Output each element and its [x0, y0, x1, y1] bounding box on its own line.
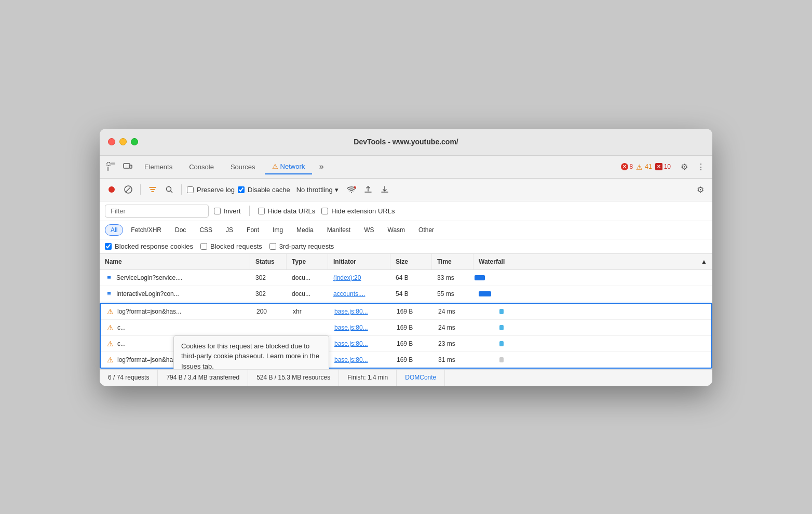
type-filter-manifest[interactable]: Manifest — [321, 224, 356, 236]
table-header: Name Status Type Initiator Size Time — [100, 254, 712, 270]
waterfall-sort-icon: ▲ — [701, 258, 707, 265]
tab-elements[interactable]: Elements — [137, 160, 180, 174]
row-time: 24 ms — [433, 320, 475, 335]
type-filter-media[interactable]: Media — [291, 224, 319, 236]
row-type: docu... — [287, 287, 328, 301]
close-button[interactable] — [108, 138, 115, 145]
header-size[interactable]: Size — [390, 254, 432, 269]
minimize-button[interactable] — [119, 138, 127, 145]
header-initiator[interactable]: Initiator — [328, 254, 390, 269]
search-icon[interactable] — [163, 183, 176, 196]
row-name: ≡ ServiceLogin?service.... — [100, 270, 250, 286]
table-row[interactable]: ≡ InteractiveLogin?con... 302 docu... ac… — [100, 286, 712, 302]
row-type — [288, 324, 329, 331]
blocked-cookies-checkbox[interactable]: Blocked response cookies — [105, 242, 193, 250]
window-title: DevTools - www.youtube.com/ — [354, 138, 458, 146]
throttle-chevron-icon: ▾ — [335, 186, 339, 194]
header-time[interactable]: Time — [432, 254, 473, 269]
header-waterfall[interactable]: Waterfall ▲ — [473, 254, 712, 269]
third-party-requests-checkbox[interactable]: 3rd-party requests — [269, 242, 334, 250]
wifi-icon[interactable] — [345, 183, 358, 196]
row-name: ⚠ log?format=json&has... — [101, 304, 251, 319]
row-waterfall — [473, 286, 712, 302]
devtools-body: Elements Console Sources ⚠ Network » ✕ 8… — [100, 156, 712, 386]
waterfall-segment — [475, 275, 485, 280]
error-count-badge[interactable]: ✕ 8 — [621, 163, 633, 170]
clear-button[interactable] — [121, 183, 135, 196]
disable-cache-checkbox[interactable]: Disable cache — [238, 186, 290, 194]
row-status — [251, 324, 288, 331]
table-row[interactable]: ≡ ServiceLogin?service.... 302 docu... (… — [100, 270, 712, 286]
row-size: 169 B — [391, 336, 433, 351]
type-filter-doc[interactable]: Doc — [169, 224, 192, 236]
settings-icon[interactable]: ⚙ — [677, 159, 692, 174]
row-initiator[interactable]: base.js:80... — [329, 304, 391, 319]
record-stop-button[interactable] — [105, 183, 118, 196]
type-filter-js[interactable]: JS — [220, 224, 239, 236]
waterfall-segment — [499, 341, 504, 346]
row-size: 169 B — [391, 304, 433, 319]
download-icon[interactable] — [378, 183, 391, 196]
svg-point-5 — [109, 186, 115, 193]
row-waterfall — [475, 320, 711, 335]
row-size: 64 B — [390, 270, 432, 285]
table-row[interactable]: ⚠ c... base.js:80... 169 B 24 ms Cookies… — [101, 320, 711, 336]
row-initiator[interactable]: base.js:80... — [329, 320, 391, 335]
error-icon: ✕ — [621, 163, 628, 170]
row-initiator[interactable]: base.js:80... — [329, 353, 391, 367]
row-type: docu... — [287, 270, 328, 285]
tab-sources[interactable]: Sources — [223, 160, 263, 174]
header-status[interactable]: Status — [250, 254, 287, 269]
issues-count-badge[interactable]: ✕ 10 — [655, 163, 671, 170]
type-filter-all[interactable]: All — [105, 224, 123, 236]
type-filter-img[interactable]: Img — [267, 224, 289, 236]
status-finish: Finish: 1.4 min — [339, 370, 397, 386]
filter-icon[interactable] — [146, 183, 159, 196]
invert-checkbox[interactable]: Invert — [214, 207, 241, 215]
hide-data-urls-checkbox[interactable]: Hide data URLs — [258, 207, 316, 215]
filter-input[interactable] — [105, 205, 209, 218]
type-filter-wasm[interactable]: Wasm — [382, 224, 411, 236]
throttle-dropdown[interactable]: No throttling ▾ — [293, 185, 342, 195]
tab-console[interactable]: Console — [182, 160, 221, 174]
upload-icon[interactable] — [361, 183, 375, 196]
responsive-icon[interactable] — [120, 159, 135, 174]
status-transferred: 794 B / 3.4 MB transferred — [158, 370, 248, 386]
type-filter-fetch-xhr[interactable]: Fetch/XHR — [125, 224, 167, 236]
svg-line-9 — [171, 191, 173, 193]
title-bar: DevTools - www.youtube.com/ — [100, 129, 712, 156]
table-row[interactable]: ⚠ log?format=json&has... 200 xhr base.js… — [101, 304, 711, 320]
devtools-window: DevTools - www.youtube.com/ Elements Con… — [100, 129, 712, 386]
type-filter-ws[interactable]: WS — [358, 224, 380, 236]
type-filter-other[interactable]: Other — [413, 224, 440, 236]
row-size: 169 B — [391, 353, 433, 367]
maximize-button[interactable] — [131, 138, 138, 145]
type-filter-font[interactable]: Font — [241, 224, 265, 236]
filter-checkboxes: Invert Hide data URLs Hide extension URL… — [214, 206, 395, 216]
header-name[interactable]: Name — [100, 254, 250, 269]
network-toolbar: Preserve log Disable cache No throttling… — [100, 179, 712, 201]
type-filter-css[interactable]: CSS — [194, 224, 218, 236]
error-badges: ✕ 8 ⚠ 41 ✕ 10 — [621, 163, 671, 170]
blocked-requests-checkbox[interactable]: Blocked requests — [200, 242, 262, 250]
warning-triangle-icon: ⚠ — [636, 163, 643, 170]
status-requests: 6 / 74 requests — [100, 370, 158, 386]
row-waterfall — [475, 304, 711, 319]
header-type[interactable]: Type — [287, 254, 328, 269]
row-initiator[interactable]: (index):20 — [328, 270, 390, 285]
more-tabs-icon[interactable]: » — [314, 159, 329, 174]
waterfall-segment — [499, 357, 504, 362]
warning-count-badge[interactable]: ⚠ 41 — [636, 163, 652, 170]
svg-point-10 — [351, 192, 352, 193]
more-options-icon[interactable]: ⋮ — [694, 159, 708, 174]
hide-extension-urls-checkbox[interactable]: Hide extension URLs — [321, 207, 395, 215]
filter-bar: Invert Hide data URLs Hide extension URL… — [100, 201, 712, 221]
tab-network[interactable]: ⚠ Network — [265, 159, 313, 174]
row-initiator[interactable]: base.js:80... — [329, 336, 391, 351]
network-settings-icon[interactable]: ⚙ — [694, 183, 707, 196]
row-initiator[interactable]: accounts.... — [328, 287, 390, 301]
inspector-icon[interactable] — [104, 159, 118, 174]
network-table: Name Status Type Initiator Size Time — [100, 254, 712, 369]
preserve-log-checkbox[interactable]: Preserve log — [187, 186, 235, 194]
svg-rect-1 — [111, 163, 115, 165]
